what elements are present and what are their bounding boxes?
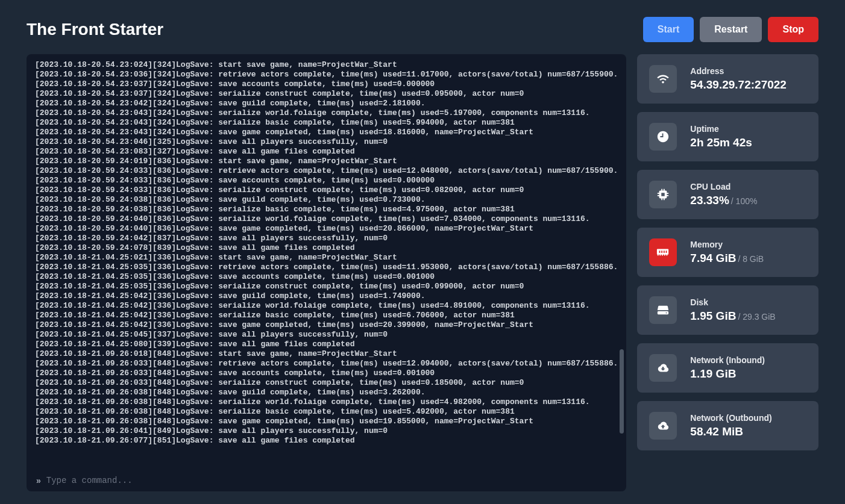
stat-label: Memory	[690, 240, 764, 249]
log-line: [2023.10.18-21.04.25:042][336]LogSave: s…	[35, 301, 618, 311]
stat-cpu: CPU Load 23.33%/ 100%	[637, 170, 818, 219]
stop-button[interactable]: Stop	[768, 17, 818, 42]
stat-value: 7.94 GiB/ 8 GiB	[690, 252, 764, 265]
log-line: [2023.10.18-20.54.23:043][324]LogSave: s…	[35, 118, 618, 128]
log-line: [2023.10.18-20.59.24:042][837]LogSave: s…	[35, 234, 618, 243]
wifi-icon	[649, 65, 677, 93]
log-line: [2023.10.18-20.59.24:038][836]LogSave: s…	[35, 205, 618, 214]
page-title: The Front Starter	[27, 20, 163, 39]
log-line: [2023.10.18-21.09.26:038][848]LogSave: s…	[35, 417, 618, 426]
console-log[interactable]: [2023.10.18-20.54.23:024][324]LogSave: s…	[35, 60, 618, 473]
prompt-icon: »	[36, 476, 39, 485]
cloud-download-icon	[649, 354, 677, 382]
clock-icon	[649, 123, 677, 151]
stat-network-inbound: Network (Inbound) 1.19 GiB	[637, 343, 818, 393]
stat-uptime: Uptime 2h 25m 42s	[637, 112, 818, 161]
log-line: [2023.10.18-21.04.25:035][336]LogSave: s…	[35, 272, 618, 282]
log-line: [2023.10.18-20.59.24:033][836]LogSave: r…	[35, 166, 618, 176]
stat-label: Disk	[690, 297, 775, 307]
log-line: [2023.10.18-21.09.26:041][849]LogSave: s…	[35, 426, 618, 436]
cloud-upload-icon	[649, 412, 677, 440]
cpu-icon	[649, 181, 677, 208]
log-line: [2023.10.18-21.09.26:038][848]LogSave: s…	[35, 397, 618, 407]
log-line: [2023.10.18-20.54.23:083][327]LogSave: s…	[35, 147, 618, 157]
log-line: [2023.10.18-21.04.25:042][336]LogSave: s…	[35, 311, 618, 320]
server-controls: Start Restart Stop	[643, 17, 818, 42]
log-line: [2023.10.18-20.54.23:043][324]LogSave: s…	[35, 128, 618, 137]
command-input[interactable]	[46, 476, 617, 485]
stat-value: 1.95 GiB/ 29.3 GiB	[690, 310, 775, 323]
stat-network-outbound: Network (Outbound) 58.42 MiB	[637, 401, 818, 450]
console-panel: [2023.10.18-20.54.23:024][324]LogSave: s…	[27, 54, 626, 491]
log-line: [2023.10.18-21.04.25:080][339]LogSave: s…	[35, 340, 618, 349]
log-line: [2023.10.18-21.04.25:042][336]LogSave: s…	[35, 291, 618, 301]
log-line: [2023.10.18-20.59.24:040][836]LogSave: s…	[35, 224, 618, 234]
stat-memory: Memory 7.94 GiB/ 8 GiB	[637, 228, 818, 277]
log-line: [2023.10.18-20.59.24:038][836]LogSave: s…	[35, 195, 618, 205]
stat-label: Network (Outbound)	[690, 413, 771, 423]
log-line: [2023.10.18-20.59.24:078][839]LogSave: s…	[35, 243, 618, 253]
start-button[interactable]: Start	[643, 17, 694, 42]
disk-icon	[649, 296, 677, 324]
log-line: [2023.10.18-21.04.25:035][336]LogSave: r…	[35, 263, 618, 272]
stat-disk: Disk 1.95 GiB/ 29.3 GiB	[637, 285, 818, 335]
log-line: [2023.10.18-21.04.25:042][336]LogSave: s…	[35, 320, 618, 330]
stat-value: 1.19 GiB	[690, 367, 765, 381]
log-line: [2023.10.18-20.59.24:033][836]LogSave: s…	[35, 185, 618, 195]
log-line: [2023.10.18-20.54.23:037][324]LogSave: s…	[35, 79, 618, 89]
stat-value: 58.42 MiB	[690, 425, 771, 438]
log-line: [2023.10.18-20.59.24:033][836]LogSave: s…	[35, 176, 618, 185]
stat-label: CPU Load	[690, 182, 757, 191]
stat-label: Address	[690, 66, 787, 76]
log-line: [2023.10.18-20.54.23:042][324]LogSave: s…	[35, 99, 618, 108]
stat-address: Address 54.39.29.72:27022	[637, 54, 818, 104]
log-line: [2023.10.18-20.54.23:043][324]LogSave: s…	[35, 108, 618, 118]
restart-button[interactable]: Restart	[700, 17, 762, 42]
log-line: [2023.10.18-20.59.24:019][836]LogSave: s…	[35, 157, 618, 166]
log-line: [2023.10.18-21.09.26:038][848]LogSave: s…	[35, 388, 618, 397]
log-line: [2023.10.18-21.09.26:033][848]LogSave: r…	[35, 359, 618, 369]
log-line: [2023.10.18-21.04.25:045][337]LogSave: s…	[35, 330, 618, 340]
log-line: [2023.10.18-21.09.26:038][848]LogSave: s…	[35, 407, 618, 417]
memory-icon	[649, 238, 677, 266]
log-line: [2023.10.18-21.04.25:035][336]LogSave: s…	[35, 282, 618, 291]
log-line: [2023.10.18-21.09.26:077][851]LogSave: s…	[35, 436, 618, 446]
stats-sidebar: Address 54.39.29.72:27022 Uptime 2h 25m …	[637, 54, 818, 491]
log-line: [2023.10.18-21.04.25:021][336]LogSave: s…	[35, 253, 618, 263]
stat-value: 23.33%/ 100%	[690, 194, 757, 207]
stat-value: 2h 25m 42s	[690, 136, 752, 149]
log-line: [2023.10.18-20.59.24:040][836]LogSave: s…	[35, 214, 618, 224]
log-line: [2023.10.18-21.09.26:033][848]LogSave: s…	[35, 369, 618, 378]
log-line: [2023.10.18-20.54.23:037][324]LogSave: s…	[35, 89, 618, 99]
scrollbar[interactable]	[620, 349, 624, 434]
stat-label: Network (Inbound)	[690, 355, 765, 365]
log-line: [2023.10.18-20.54.23:046][325]LogSave: s…	[35, 137, 618, 147]
log-line: [2023.10.18-21.09.26:033][848]LogSave: s…	[35, 378, 618, 388]
log-line: [2023.10.18-21.09.26:018][848]LogSave: s…	[35, 349, 618, 359]
stat-value: 54.39.29.72:27022	[690, 78, 787, 92]
command-row: »	[35, 473, 618, 487]
stat-label: Uptime	[690, 124, 752, 134]
log-line: [2023.10.18-20.54.23:024][324]LogSave: s…	[35, 60, 618, 70]
log-line: [2023.10.18-20.54.23:036][324]LogSave: r…	[35, 70, 618, 79]
